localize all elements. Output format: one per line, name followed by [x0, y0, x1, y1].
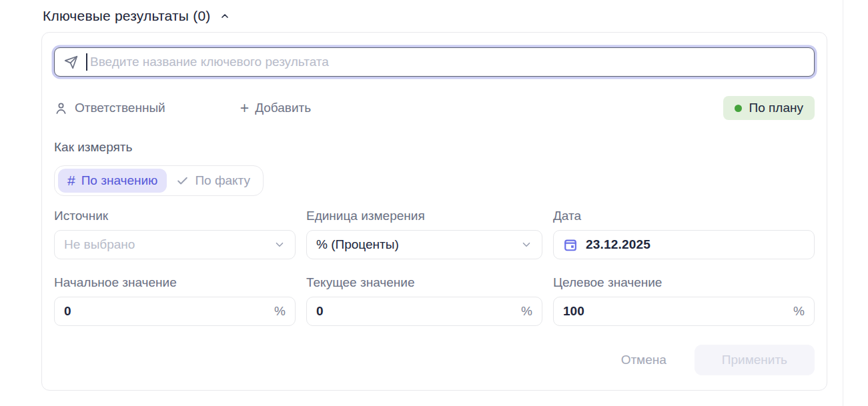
status-label: По плану: [749, 101, 803, 115]
start-value-field: %: [54, 297, 296, 326]
owner-button[interactable]: Ответственный: [54, 101, 165, 115]
section-title: Ключевые результаты (0): [43, 8, 210, 24]
chevron-down-icon: [520, 239, 532, 251]
measure-option-by-fact[interactable]: По факту: [167, 169, 260, 193]
current-value-field: %: [306, 297, 542, 326]
date-label: Дата: [553, 209, 815, 223]
target-value-label: Целевое значение: [553, 275, 815, 290]
source-unit-date-row: Источник Не выбрано Единица измерения % …: [54, 209, 815, 259]
text-cursor: [86, 53, 87, 71]
cancel-button[interactable]: Отмена: [610, 346, 677, 374]
measure-label: Как измерять: [54, 140, 815, 155]
source-column: Источник Не выбрано: [54, 209, 296, 259]
calendar-icon: [563, 237, 578, 252]
hash-icon: #: [67, 173, 75, 189]
current-value-input[interactable]: [316, 304, 513, 319]
start-value-input[interactable]: [64, 304, 266, 319]
apply-button[interactable]: Применить: [695, 345, 815, 375]
date-field[interactable]: 23.12.2025: [553, 230, 815, 259]
person-icon: [54, 101, 68, 115]
target-value-field: %: [553, 297, 815, 326]
date-value: 23.12.2025: [586, 237, 805, 252]
target-value-column: Целевое значение %: [553, 275, 815, 326]
chevron-up-icon: [220, 11, 230, 21]
start-value-column: Начальное значение %: [54, 275, 296, 326]
owner-label: Ответственный: [75, 101, 165, 115]
source-select[interactable]: Не выбрано: [54, 230, 296, 259]
measure-segmented-control: # По значению По факту: [54, 165, 264, 196]
percent-suffix: %: [793, 304, 805, 319]
panel-edge-divider: [843, 0, 843, 406]
date-column: Дата 23.12.2025: [553, 209, 815, 259]
section-header: Ключевые результаты (0): [41, 8, 827, 24]
chevron-down-icon: [274, 239, 286, 251]
owner-row: Ответственный + Добавить По плану: [54, 96, 815, 120]
plus-icon: +: [240, 101, 249, 116]
current-value-label: Текущее значение: [306, 275, 542, 290]
add-label: Добавить: [255, 101, 311, 115]
unit-value: % (Проценты): [316, 237, 512, 252]
measure-option-label: По факту: [195, 173, 250, 188]
form-footer: Отмена Применить: [54, 345, 815, 375]
key-result-name-field[interactable]: [54, 47, 815, 77]
status-badge[interactable]: По плану: [723, 96, 815, 120]
current-value-column: Текущее значение %: [306, 275, 542, 326]
check-icon: [176, 175, 189, 187]
percent-suffix: %: [521, 304, 532, 319]
target-value-input[interactable]: [563, 304, 785, 319]
start-value-label: Начальное значение: [54, 275, 296, 290]
percent-suffix: %: [274, 304, 286, 319]
source-value: Не выбрано: [64, 237, 266, 252]
key-results-section: Ключевые результаты (0) Ответственный +: [41, 8, 827, 391]
key-result-name-input[interactable]: [90, 55, 805, 69]
status-dot-icon: [735, 105, 742, 112]
measure-option-by-value[interactable]: # По значению: [58, 169, 167, 193]
source-label: Источник: [54, 209, 296, 223]
paper-plane-icon: [64, 55, 78, 69]
values-row: Начальное значение % Текущее значение % …: [54, 275, 815, 326]
measure-option-label: По значению: [81, 173, 158, 188]
collapse-button[interactable]: [218, 9, 232, 23]
add-button[interactable]: + Добавить: [240, 101, 311, 116]
unit-label: Единица измерения: [306, 209, 542, 223]
unit-column: Единица измерения % (Проценты): [306, 209, 542, 259]
key-result-form: Ответственный + Добавить По плану Как из…: [41, 32, 827, 391]
unit-select[interactable]: % (Проценты): [306, 230, 542, 259]
